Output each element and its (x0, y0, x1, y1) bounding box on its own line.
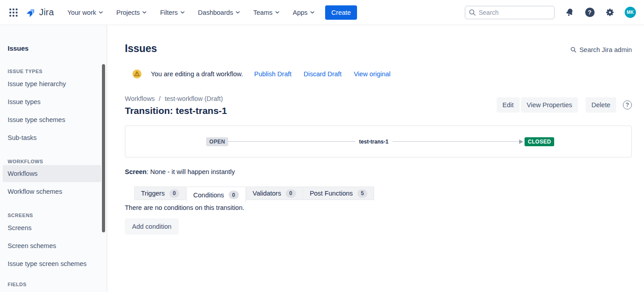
triggers-count-badge: 0 (169, 189, 180, 198)
tab-validators[interactable]: Validators 0 (246, 187, 303, 200)
chevron-down-icon (275, 11, 279, 14)
screen-info-value: : None - it will happen instantly (146, 168, 235, 175)
sidebar-item-screens[interactable]: Screens (0, 219, 106, 237)
tab-conditions[interactable]: Conditions 0 (186, 187, 245, 203)
menu-projects[interactable]: Projects (116, 9, 146, 16)
global-search (465, 6, 555, 19)
sidebar-scrollbar[interactable] (102, 64, 105, 232)
menu-dashboards[interactable]: Dashboards (198, 9, 240, 16)
notifications-bell-icon[interactable] (564, 7, 575, 18)
transition-line (228, 141, 355, 142)
publish-draft-link[interactable]: Publish Draft (254, 70, 291, 78)
transition-toolbar: Edit View Properties Delete ? (497, 97, 632, 113)
admin-sidebar: Issues ISSUE TYPES Issue type hierarchy … (0, 25, 107, 292)
sidebar-item-issue-types[interactable]: Issue types (0, 93, 106, 111)
tab-triggers[interactable]: Triggers 0 (134, 187, 186, 200)
sidebar-section-screens: SCREENS (8, 213, 106, 218)
status-open-lozenge: OPEN (206, 137, 228, 146)
screen-info: Screen: None - it will happen instantly (125, 168, 632, 175)
search-input[interactable] (465, 6, 555, 19)
search-icon (469, 9, 476, 16)
view-original-link[interactable]: View original (354, 70, 391, 78)
sidebar-item-issue-type-hierarchy[interactable]: Issue type hierarchy (0, 75, 106, 93)
chevron-down-icon (142, 11, 146, 14)
breadcrumb-workflows[interactable]: Workflows (125, 95, 155, 102)
breadcrumb-current-workflow[interactable]: test-workflow (Draft) (165, 95, 223, 102)
jira-logo[interactable]: Jira (25, 7, 54, 18)
transition-diagram: OPEN test-trans-1 CLOSED (125, 126, 632, 157)
transition-tabs: Triggers 0 Conditions 0 Validators 0 Pos… (125, 187, 632, 202)
chevron-down-icon (181, 11, 185, 14)
search-icon (570, 47, 577, 53)
user-avatar[interactable]: MK (625, 7, 636, 18)
edit-button[interactable]: Edit (497, 97, 520, 113)
sidebar-section-workflows: WORKFLOWS (8, 159, 106, 164)
draft-banner-message: You are editing a draft workflow. (151, 70, 243, 78)
status-closed-lozenge: CLOSED (525, 137, 554, 146)
add-condition-button[interactable]: Add condition (125, 218, 179, 235)
search-jira-admin-link[interactable]: Search Jira admin (570, 46, 632, 53)
sidebar-item-workflow-schemes[interactable]: Workflow schemes (0, 183, 106, 200)
breadcrumb-separator: / (159, 95, 161, 102)
page-title: Issues (125, 43, 157, 54)
main-content: Issues Search Jira admin You are editing… (107, 25, 644, 292)
screen-info-label: Screen (125, 168, 146, 175)
chevron-down-icon (310, 11, 314, 14)
transition-name-label: test-trans-1 (359, 139, 388, 145)
contextual-help-icon[interactable]: ? (623, 100, 632, 109)
sidebar-section-fields: FIELDS (8, 282, 106, 287)
sidebar-item-workflows[interactable]: Workflows (3, 165, 101, 182)
app-switcher-grid-icon[interactable] (7, 6, 20, 19)
no-conditions-message: There are no conditions on this transiti… (125, 204, 632, 211)
sidebar-item-sub-tasks[interactable]: Sub-tasks (0, 129, 106, 147)
view-properties-button[interactable]: View Properties (521, 97, 578, 113)
sidebar-title: Issues (8, 44, 106, 52)
draft-workflow-banner: You are editing a draft workflow. Publis… (125, 70, 632, 78)
create-button[interactable]: Create (325, 5, 357, 20)
validators-count-badge: 0 (286, 189, 296, 198)
menu-apps[interactable]: Apps (293, 9, 314, 16)
conditions-count-badge: 0 (229, 191, 239, 199)
sidebar-item-screen-schemes[interactable]: Screen schemes (0, 237, 106, 255)
menu-your-work[interactable]: Your work (67, 9, 103, 16)
sidebar-item-issue-type-schemes[interactable]: Issue type schemes (0, 111, 106, 129)
tab-post-functions[interactable]: Post Functions 5 (303, 187, 375, 200)
jira-logo-icon (25, 7, 37, 18)
delete-button[interactable]: Delete (586, 97, 616, 113)
post-functions-count-badge: 5 (357, 189, 368, 198)
arrow-right-icon (519, 139, 523, 144)
menu-filters[interactable]: Filters (160, 9, 184, 16)
help-icon[interactable]: ? (584, 7, 595, 18)
warning-icon (132, 70, 141, 78)
sidebar-section-issue-types: ISSUE TYPES (8, 69, 106, 74)
discard-draft-link[interactable]: Discard Draft (304, 70, 342, 78)
chevron-down-icon (99, 11, 103, 14)
top-navigation: Jira Your work Projects Filters Dashboar… (0, 0, 644, 25)
chevron-down-icon (236, 11, 240, 14)
jira-logo-text: Jira (39, 7, 54, 17)
sidebar-item-issue-type-screen-schemes[interactable]: Issue type screen schemes (0, 255, 106, 273)
settings-gear-icon[interactable] (604, 7, 615, 18)
transition-line (393, 141, 519, 142)
main-menu: Your work Projects Filters Dashboards Te… (67, 9, 314, 16)
menu-teams[interactable]: Teams (253, 9, 279, 16)
